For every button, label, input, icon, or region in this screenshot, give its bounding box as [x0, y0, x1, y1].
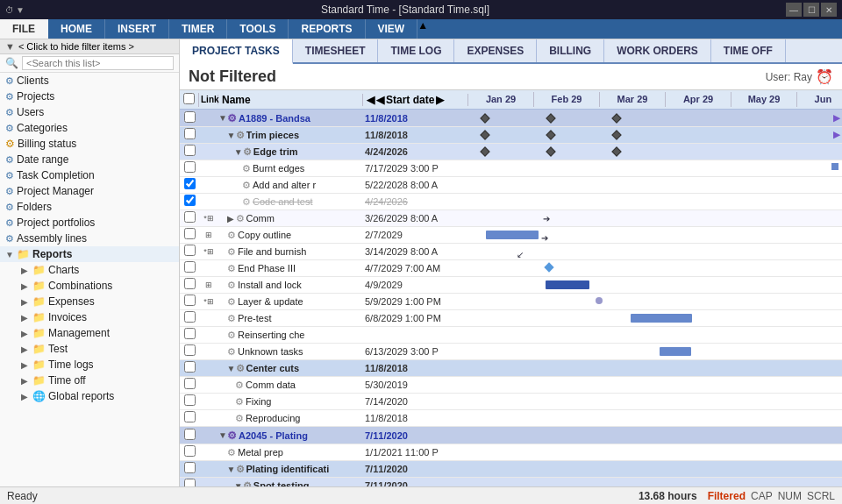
sidebar-item-clients[interactable]: ⚙ Clients	[0, 73, 179, 89]
row-check[interactable]	[180, 479, 199, 486]
sidebar-item-timelogs[interactable]: ▶ 📁 Time logs	[0, 357, 179, 373]
timelogs-expand[interactable]: ▶	[21, 360, 30, 370]
sidebar-item-folders[interactable]: ⚙ Folders	[0, 199, 179, 215]
tab-timesheet[interactable]: TIMESHEET	[293, 39, 379, 62]
sidebar-item-timeoff[interactable]: ▶ 📁 Time off	[0, 373, 179, 388]
row-check[interactable]	[180, 394, 199, 408]
tab-expenses[interactable]: EXPENSES	[454, 39, 537, 62]
invoices-expand[interactable]: ▶	[21, 313, 30, 323]
sidebar-item-expenses[interactable]: ▶ 📁 Expenses	[0, 294, 179, 309]
quick-access-arrow[interactable]: ▼	[16, 5, 25, 15]
row-check[interactable]	[180, 278, 199, 292]
row-check[interactable]	[180, 195, 199, 209]
sidebar-item-billing[interactable]: ⚙ Billing status	[0, 136, 179, 152]
row-check[interactable]	[180, 161, 199, 175]
timeoff-expand[interactable]: ▶	[21, 376, 30, 386]
row-name-text: Trim pieces	[246, 130, 363, 140]
row-check[interactable]	[180, 111, 199, 125]
row-check[interactable]	[180, 295, 199, 309]
row-check[interactable]	[180, 128, 199, 142]
sidebar-item-users[interactable]: ⚙ Users	[0, 104, 179, 120]
row-check[interactable]	[180, 245, 199, 259]
date-nav-prev2[interactable]: ◀	[376, 94, 384, 106]
row-gantt	[468, 260, 842, 276]
sidebar-search-bar: 🔍	[0, 54, 179, 73]
row-check[interactable]	[180, 361, 199, 375]
sidebar-item-reports[interactable]: ▼ 📁 Reports	[0, 246, 179, 262]
row-check[interactable]	[180, 145, 199, 159]
expenses-expand[interactable]: ▶	[21, 297, 30, 307]
select-all-checkbox[interactable]	[183, 93, 195, 104]
minimize-button[interactable]: —	[786, 3, 802, 17]
sidebar-item-projmanager[interactable]: ⚙ Project Manager	[0, 183, 179, 199]
test-expand[interactable]: ▶	[21, 344, 30, 354]
row-expander[interactable]: ▼	[234, 147, 243, 157]
row-check[interactable]	[180, 261, 199, 275]
date-nav-prev[interactable]: ◀	[367, 94, 375, 106]
maximize-button[interactable]: ☐	[803, 3, 819, 17]
window-controls: — ☐ ✕	[786, 3, 837, 17]
sidebar-item-daterange[interactable]: ⚙ Date range	[0, 152, 179, 167]
ribbon-tab-reports[interactable]: REPORTS	[289, 19, 365, 39]
row-check[interactable]	[180, 378, 199, 392]
row-check[interactable]	[180, 462, 199, 476]
row-check[interactable]	[180, 344, 199, 358]
combinations-expand[interactable]: ▶	[21, 281, 30, 291]
row-expander[interactable]: ▶	[227, 214, 236, 224]
ribbon-tab-file[interactable]: FILE	[0, 19, 48, 39]
sidebar-item-charts[interactable]: ▶ 📁 Charts	[0, 262, 179, 278]
ribbon-tab-view[interactable]: VIEW	[366, 19, 418, 39]
sidebar-item-management[interactable]: ▶ 📁 Management	[0, 325, 179, 341]
tab-time-off[interactable]: TIME OFF	[711, 39, 786, 62]
row-name-text: Comm	[246, 213, 363, 224]
tab-work-orders[interactable]: WORK ORDERS	[604, 39, 711, 62]
sidebar-item-projportfolios[interactable]: ⚙ Project portfolios	[0, 215, 179, 231]
sidebar-item-globalreports[interactable]: ▶ 🌐 Global reports	[0, 388, 179, 404]
tab-project-tasks[interactable]: PROJECT TASKS	[180, 39, 293, 64]
row-check[interactable]	[180, 311, 199, 325]
row-check[interactable]	[180, 429, 199, 443]
sidebar-item-taskcompletion[interactable]: ⚙ Task Completion	[0, 167, 179, 183]
grid-body[interactable]: ▼ ⚙ A1889 - Bandsa 11/8/2018 ▶	[180, 110, 842, 486]
row-expander[interactable]: ▼	[218, 113, 227, 123]
row-expander[interactable]: ▼	[227, 131, 236, 140]
sidebar-item-test[interactable]: ▶ 📁 Test	[0, 341, 179, 357]
management-expand[interactable]: ▶	[21, 329, 30, 338]
row-link: *⊞	[199, 214, 218, 223]
row-check[interactable]	[180, 211, 199, 225]
tab-time-log[interactable]: TIME LOG	[378, 39, 454, 62]
table-row: ▼ ⚙ Spot testing 7/11/2020	[180, 478, 842, 486]
ribbon-tab-timer[interactable]: TIMER	[169, 19, 227, 39]
sidebar-item-assemblylines[interactable]: ⚙ Assembly lines	[0, 231, 179, 246]
charts-expand[interactable]: ▶	[21, 266, 30, 275]
date-nav-next[interactable]: ▶	[436, 94, 444, 106]
row-check[interactable]	[180, 411, 199, 425]
row-expander[interactable]: ▼	[227, 465, 236, 474]
ribbon-tab-insert[interactable]: INSERT	[105, 19, 169, 39]
sidebar-item-invoices[interactable]: ▶ 📁 Invoices	[0, 309, 179, 325]
sidebar-item-combinations[interactable]: ▶ 📁 Combinations	[0, 278, 179, 294]
row-gantt	[468, 294, 842, 309]
ribbon-tab-home[interactable]: HOME	[48, 19, 105, 39]
row-expander[interactable]: ▼	[218, 430, 227, 440]
close-button[interactable]: ✕	[821, 3, 837, 17]
row-check[interactable]	[180, 445, 199, 459]
search-input[interactable]	[22, 56, 174, 70]
quick-access[interactable]: ⏱ ▼	[5, 5, 25, 15]
ribbon-tab-tools[interactable]: TOOLS	[227, 19, 289, 39]
reports-expand[interactable]: ▼	[5, 250, 14, 259]
sidebar-filter-toggle[interactable]: ▼ < Click to hide filter items >	[0, 39, 179, 54]
ribbon-expander[interactable]: ▲	[417, 19, 428, 39]
tab-billing[interactable]: BILLING	[537, 39, 604, 62]
sidebar-item-projects[interactable]: ⚙ Projects	[0, 89, 179, 104]
row-check[interactable]	[180, 228, 199, 242]
row-check[interactable]	[180, 328, 199, 342]
row-expander[interactable]: ▼	[227, 364, 236, 373]
sidebar-item-categories[interactable]: ⚙ Categories	[0, 120, 179, 136]
row-check[interactable]	[180, 178, 199, 192]
globalreports-expand[interactable]: ▶	[21, 392, 30, 401]
month-may29: May 29	[731, 92, 797, 107]
row-name-text: A2045 - Plating	[239, 430, 361, 441]
row-name-cell: ⚙ File and burnish	[218, 246, 363, 258]
row-name-text: Install and lock	[238, 280, 360, 290]
